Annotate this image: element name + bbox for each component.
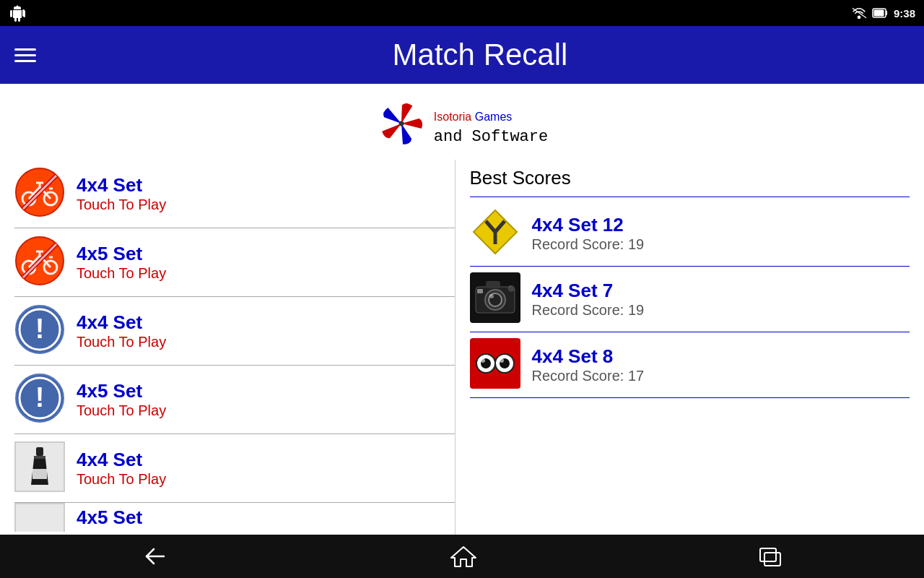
svg-text:!: !: [35, 382, 45, 413]
item-icon-partial: [14, 503, 65, 532]
home-button[interactable]: [450, 545, 476, 568]
item-text-3: 4x4 Set Touch To Play: [77, 311, 166, 350]
clock: 9:38: [894, 7, 915, 20]
score-item[interactable]: 4x4 Set 8 Record Score: 17: [470, 332, 910, 398]
score-icon-road-sign: [470, 207, 520, 260]
list-item[interactable]: 4x4 Set Touch To Play: [14, 434, 455, 503]
svg-point-4: [398, 121, 404, 126]
score-icon-camera: ⚫: [470, 272, 520, 326]
hamburger-menu[interactable]: [14, 48, 36, 62]
score-text-2: 4x4 Set 7 Record Score: 19: [532, 280, 645, 319]
main-content: Isotoria Games and Software: [0, 84, 924, 535]
score-text-1: 4x4 Set 12 Record Score: 19: [532, 214, 645, 253]
item-text-4: 4x5 Set Touch To Play: [77, 380, 166, 419]
list-item[interactable]: ! 4x4 Set Touch To Play: [14, 297, 455, 366]
item-text-5: 4x4 Set Touch To Play: [77, 449, 166, 488]
left-list: 4x4 Set Touch To Play: [14, 160, 456, 535]
svg-rect-35: [34, 456, 45, 459]
item-icon-bottle: [14, 441, 65, 495]
svg-rect-60: [760, 548, 776, 561]
item-text-6: 4x5 Set: [77, 506, 142, 529]
svg-point-48: [489, 294, 494, 298]
svg-rect-36: [32, 469, 47, 479]
score-value-2: Record Score: 19: [532, 302, 645, 319]
lists-container: 4x4 Set Touch To Play: [0, 160, 924, 535]
score-title-2: 4x4 Set 7: [532, 280, 645, 302]
home-icon: [450, 545, 476, 568]
item-text-1: 4x4 Set Touch To Play: [77, 174, 166, 213]
back-button[interactable]: [141, 545, 170, 567]
svg-rect-37: [15, 504, 64, 532]
status-bar-right: 9:38: [852, 7, 915, 20]
score-title-3: 4x4 Set 8: [532, 345, 645, 368]
item-icon-exclamation-1: !: [14, 304, 65, 358]
item-subtitle-2: Touch To Play: [77, 265, 166, 282]
item-subtitle-1: Touch To Play: [77, 197, 166, 213]
item-title-3: 4x4 Set: [77, 311, 166, 334]
company-name: Isotoria Games and Software: [434, 101, 548, 146]
score-item[interactable]: ⚫ 4x4 Set 7 Record Score: 19: [470, 267, 910, 332]
logo-area: Isotoria Games and Software: [0, 84, 924, 160]
svg-point-54: [481, 358, 485, 363]
item-title-1: 4x4 Set: [77, 174, 166, 197]
item-icon-no-bike-1: [14, 167, 65, 220]
svg-rect-49: [477, 289, 483, 293]
wifi-icon: [852, 7, 866, 19]
item-subtitle-3: Touch To Play: [77, 334, 166, 350]
company-name-isotoria: Isotoria: [434, 111, 471, 123]
svg-rect-2: [886, 11, 887, 15]
svg-text:⚫: ⚫: [507, 285, 515, 292]
best-scores-header: Best Scores: [470, 160, 910, 197]
svg-marker-59: [451, 547, 476, 566]
svg-rect-61: [764, 553, 780, 566]
svg-rect-3: [873, 10, 884, 17]
item-title-6: 4x5 Set: [77, 506, 142, 529]
item-icon-no-bike-2: [14, 236, 65, 289]
top-bar: Match Recall: [0, 26, 924, 84]
list-item[interactable]: ! 4x5 Set Touch To Play: [14, 366, 455, 434]
score-icon-eyes: [470, 338, 520, 392]
bottom-nav-bar: [0, 535, 924, 578]
battery-icon: [872, 8, 888, 18]
score-item[interactable]: 4x4 Set 12 Record Score: 19: [470, 201, 910, 267]
status-bar: 9:38: [0, 0, 924, 26]
svg-rect-34: [36, 447, 43, 456]
android-icon: [9, 4, 26, 22]
page-title: Match Recall: [51, 38, 910, 72]
item-title-5: 4x4 Set: [77, 449, 166, 471]
item-subtitle-5: Touch To Play: [77, 471, 166, 488]
item-icon-exclamation-2: !: [14, 373, 65, 426]
list-item[interactable]: 4x5 Set Touch To Play: [14, 228, 455, 297]
item-title-2: 4x5 Set: [77, 243, 166, 265]
recents-button[interactable]: [757, 545, 783, 568]
score-value-3: Record Score: 17: [532, 368, 645, 384]
item-subtitle-4: Touch To Play: [77, 402, 166, 419]
recents-icon: [757, 545, 783, 568]
back-icon: [141, 545, 170, 567]
svg-point-0: [858, 17, 860, 19]
svg-text:!: !: [35, 314, 45, 344]
list-item-partial[interactable]: 4x5 Set: [14, 503, 455, 532]
company-name-games: Games: [475, 111, 513, 123]
item-title-4: 4x5 Set: [77, 380, 166, 402]
list-item[interactable]: 4x4 Set Touch To Play: [14, 160, 455, 228]
score-text-3: 4x4 Set 8 Record Score: 17: [532, 345, 645, 384]
right-list: Best Scores 4x4 Set 12 Re: [456, 160, 910, 535]
svg-point-57: [500, 358, 504, 363]
company-name-line2: and Software: [434, 128, 548, 146]
item-text-2: 4x5 Set Touch To Play: [77, 243, 166, 282]
score-value-1: Record Score: 19: [532, 236, 645, 253]
logo-pinwheel: [376, 98, 427, 149]
svg-rect-45: [486, 281, 500, 288]
score-title-1: 4x4 Set 12: [532, 214, 645, 236]
status-bar-left: [9, 4, 26, 22]
